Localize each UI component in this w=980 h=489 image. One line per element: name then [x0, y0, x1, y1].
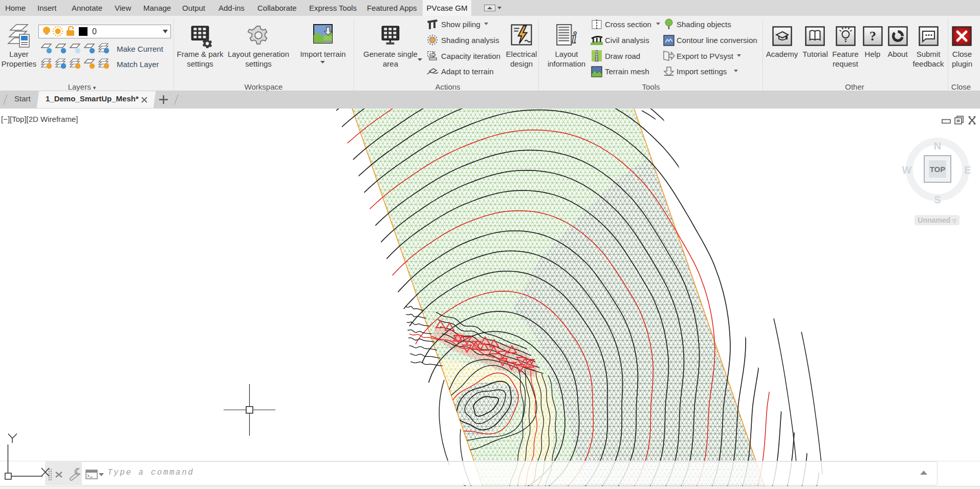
svg-text:?: ? [869, 29, 876, 44]
svg-text:i: i [572, 29, 576, 47]
svg-text:0: 0 [92, 27, 97, 36]
